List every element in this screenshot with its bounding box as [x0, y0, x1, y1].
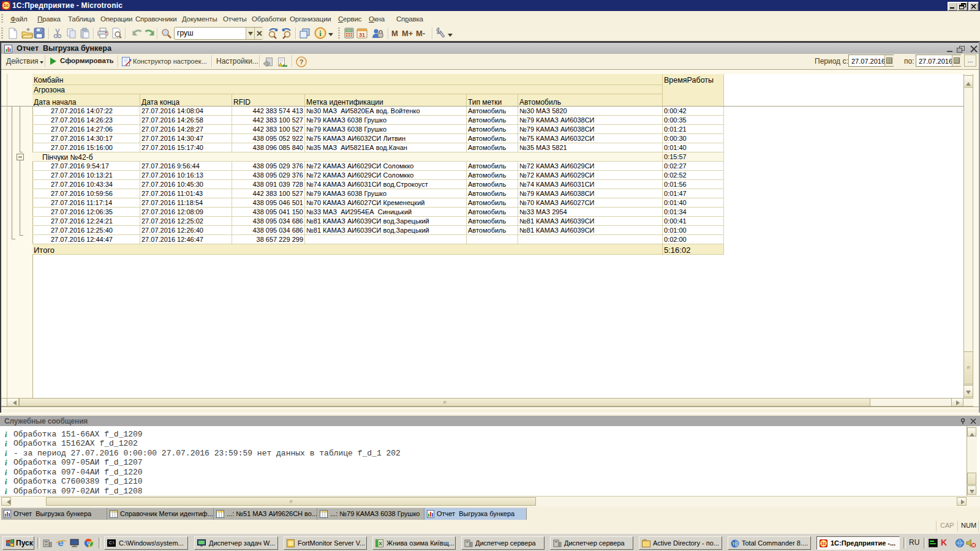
svg-text:TC: TC	[732, 542, 737, 546]
svg-text:?: ?	[300, 58, 304, 66]
svg-text:e: e	[58, 538, 63, 549]
svg-text:X: X	[379, 541, 382, 547]
svg-text:31: 31	[359, 32, 365, 38]
svg-text:i: i	[319, 29, 322, 38]
